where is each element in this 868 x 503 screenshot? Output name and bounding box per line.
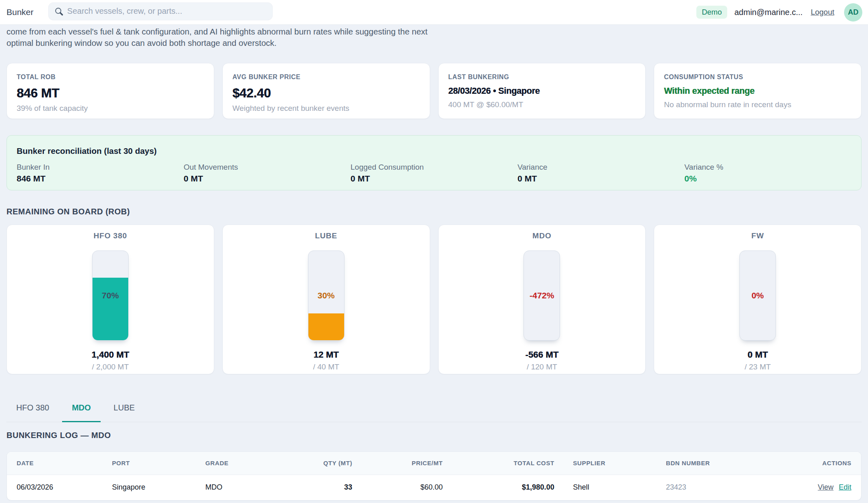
bunkering-log-heading: BUNKERING LOG — MDO	[6, 431, 862, 440]
tank-name: FW	[752, 231, 764, 240]
user-email: admin@marine.c...	[734, 8, 803, 17]
stat-sub: 39% of tank capacity	[17, 104, 204, 113]
tank-value: 12 MT	[313, 350, 338, 360]
rob-card-hfo-380: HFO 380 70% 1,400 MT / 2,000 MT	[6, 225, 214, 374]
cell-bdn-number: 23423	[666, 475, 771, 500]
avatar[interactable]: AD	[844, 3, 862, 22]
tank-value: 0 MT	[747, 350, 768, 360]
tank-capacity: / 120 MT	[527, 363, 557, 371]
rob-card-fw: FW 0% 0 MT / 23 MT	[654, 225, 862, 374]
recon-label: Variance %	[685, 163, 851, 172]
recon-item-bunker-in: Bunker In 846 MT	[17, 163, 183, 183]
edit-link[interactable]: Edit	[839, 483, 851, 492]
tank-fill	[93, 278, 128, 340]
stat-sub: 400 MT @ $60.00/MT	[448, 100, 636, 109]
search-input[interactable]	[67, 6, 267, 16]
recon-item-logged-consumption: Logged Consumption 0 MT	[351, 163, 517, 183]
recon-value: 0%	[685, 174, 851, 183]
stat-value: 28/03/2026 • Singapore	[448, 86, 636, 96]
reconciliation-banner: Bunker reconciliation (last 30 days) Bun…	[6, 135, 862, 190]
cell-date: 06/03/2026	[7, 475, 112, 500]
stat-card-consumption-status: CONSUMPTION STATUS Within expected range…	[654, 63, 862, 119]
tank-capacity: / 23 MT	[745, 363, 771, 371]
table-header-row: DATE PORT GRADE QTY (MT) PRICE/MT TOTAL …	[7, 452, 861, 475]
stat-card-last-bunkering: LAST BUNKERING 28/03/2026 • Singapore 40…	[438, 63, 646, 119]
bunkering-log-table: DATE PORT GRADE QTY (MT) PRICE/MT TOTAL …	[6, 451, 862, 501]
fuel-tabs: HFO 380 MDO LUBE	[6, 395, 862, 422]
demo-badge: Demo	[696, 6, 727, 19]
stat-cards-row: TOTAL ROB 846 MT 39% of tank capacity AV…	[6, 63, 862, 119]
row-actions: View Edit	[771, 483, 851, 492]
recon-item-variance-pct: Variance % 0%	[685, 163, 851, 183]
stat-label: LAST BUNKERING	[448, 73, 636, 81]
stat-value: Within expected range	[664, 86, 851, 96]
tank-capacity: / 40 MT	[313, 363, 339, 371]
col-actions: ACTIONS	[771, 452, 861, 475]
page-title: Bunker	[6, 7, 34, 17]
col-date: DATE	[7, 452, 112, 475]
tank-gauge: 30%	[308, 250, 345, 341]
cell-qty: 33	[278, 475, 352, 500]
intro-line-2: optimal bunkering window so you can avoi…	[6, 37, 862, 49]
search-box[interactable]	[48, 2, 273, 20]
cell-price: $60.00	[352, 475, 443, 500]
recon-label: Bunker In	[17, 163, 183, 172]
tank-capacity: / 2,000 MT	[92, 363, 129, 371]
intro-line-1: come from each vessel's fuel & tank conf…	[6, 26, 862, 37]
search-icon	[54, 7, 63, 16]
tank-name: HFO 380	[94, 231, 127, 240]
tank-value: -566 MT	[525, 350, 558, 360]
tank-gauge: 0%	[739, 250, 776, 341]
recon-value: 0 MT	[183, 174, 350, 183]
recon-value: 846 MT	[17, 174, 183, 183]
tank-gauge: -472%	[523, 250, 560, 341]
stat-value: 846 MT	[17, 86, 204, 100]
cell-port: Singapore	[112, 475, 205, 500]
recon-value: 0 MT	[517, 174, 684, 183]
stat-card-total-rob: TOTAL ROB 846 MT 39% of tank capacity	[6, 63, 214, 119]
col-supplier: SUPPLIER	[554, 452, 666, 475]
col-bdn-number: BDN NUMBER	[666, 452, 771, 475]
recon-item-out-movements: Out Movements 0 MT	[183, 163, 350, 183]
view-link[interactable]: View	[818, 483, 834, 492]
rob-cards-row: HFO 380 70% 1,400 MT / 2,000 MT LUBE 30%…	[6, 225, 862, 374]
tank-gauge: 70%	[92, 250, 129, 341]
tank-percent-label: 0%	[740, 291, 775, 300]
reconciliation-title: Bunker reconciliation (last 30 days)	[17, 146, 851, 156]
stat-sub: Weighted by recent bunker events	[233, 104, 420, 113]
tank-name: LUBE	[315, 231, 337, 240]
stat-sub: No abnormal burn rate in recent days	[664, 100, 851, 109]
topbar: Bunker Demo admin@marine.c... Logout AD	[0, 0, 868, 25]
stat-label: TOTAL ROB	[17, 73, 204, 81]
col-port: PORT	[112, 452, 205, 475]
rob-card-mdo: MDO -472% -566 MT / 120 MT	[438, 225, 646, 374]
recon-item-variance: Variance 0 MT	[517, 163, 684, 183]
tab-mdo[interactable]: MDO	[62, 395, 101, 422]
rob-card-lube: LUBE 30% 12 MT / 40 MT	[222, 225, 430, 374]
reconciliation-grid: Bunker In 846 MT Out Movements 0 MT Logg…	[17, 163, 851, 183]
tank-name: MDO	[532, 231, 551, 240]
tab-lube[interactable]: LUBE	[104, 395, 144, 422]
recon-label: Variance	[517, 163, 684, 172]
recon-label: Out Movements	[183, 163, 350, 172]
col-total-cost: TOTAL COST	[443, 452, 554, 475]
tank-value: 1,400 MT	[91, 350, 129, 360]
col-grade: GRADE	[205, 452, 278, 475]
tank-fill	[308, 313, 344, 340]
stat-label: AVG BUNKER PRICE	[233, 73, 420, 81]
logout-link[interactable]: Logout	[811, 8, 834, 17]
table-row: 06/03/2026 Singapore MDO 33 $60.00 $1,98…	[7, 475, 861, 500]
recon-label: Logged Consumption	[351, 163, 517, 172]
stat-value: $42.40	[233, 86, 420, 100]
tank-percent-label: -472%	[524, 291, 560, 300]
col-qty: QTY (MT)	[278, 452, 352, 475]
cell-total-cost: $1,980.00	[443, 475, 554, 500]
recon-value: 0 MT	[351, 174, 517, 183]
cell-grade: MDO	[205, 475, 278, 500]
tank-percent-label: 70%	[93, 291, 128, 300]
stat-label: CONSUMPTION STATUS	[664, 73, 851, 81]
intro-text: come from each vessel's fuel & tank conf…	[6, 26, 862, 49]
rob-section-heading: REMAINING ON BOARD (ROB)	[6, 207, 862, 216]
stat-card-avg-bunker-price: AVG BUNKER PRICE $42.40 Weighted by rece…	[222, 63, 430, 119]
tab-hfo-380[interactable]: HFO 380	[6, 395, 59, 422]
